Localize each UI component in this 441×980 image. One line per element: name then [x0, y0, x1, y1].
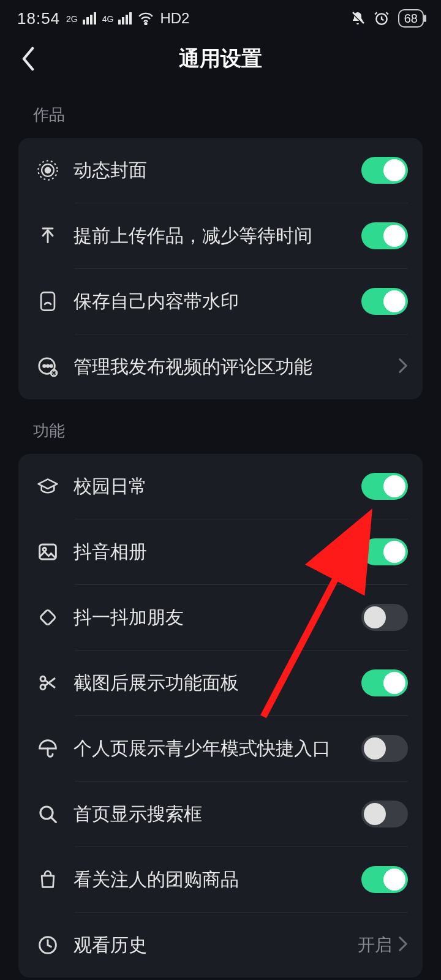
section-label-works: 作品: [0, 83, 441, 138]
toggle-dynamic-cover[interactable]: [361, 157, 408, 184]
row-manage-comments[interactable]: 管理我发布视频的评论区功能: [18, 334, 423, 399]
row-label: 抖音相册: [74, 540, 361, 565]
svg-point-4: [45, 168, 51, 173]
toggle-teen-mode-shortcut[interactable]: [361, 735, 408, 762]
row-home-search[interactable]: 首页显示搜索框: [18, 782, 423, 846]
svg-point-10: [47, 365, 48, 367]
row-douyin-album[interactable]: 抖音相册: [18, 519, 423, 584]
section-label-features: 功能: [0, 399, 441, 454]
toggle-pre-upload[interactable]: [361, 222, 408, 249]
battery-indicator: 68: [398, 9, 424, 28]
hd-indicator: HD2: [160, 10, 189, 27]
upload-icon: [34, 222, 61, 249]
bag-icon: [34, 866, 61, 893]
row-watch-history[interactable]: 观看历史 开启: [18, 913, 423, 978]
status-right: 68: [350, 9, 424, 28]
row-label: 抖一抖加朋友: [74, 605, 361, 630]
wifi-icon: [138, 12, 154, 25]
row-dynamic-cover[interactable]: 动态封面: [18, 138, 423, 203]
svg-point-11: [50, 365, 52, 367]
status-left: 18:54 2G 4G HD2: [17, 9, 189, 28]
comment-gear-icon: [34, 353, 61, 380]
umbrella-icon: [34, 735, 61, 762]
svg-point-9: [43, 365, 45, 367]
scissors-icon: [34, 669, 61, 696]
svg-rect-15: [40, 609, 56, 625]
toggle-douyin-album[interactable]: [361, 538, 408, 565]
row-label: 观看历史: [74, 933, 358, 958]
svg-point-14: [43, 548, 46, 551]
svg-point-0: [145, 23, 147, 24]
toggle-shake-friend[interactable]: [361, 604, 408, 631]
chevron-right-icon: [398, 936, 408, 954]
graduation-icon: [34, 473, 61, 500]
toggle-screenshot-panel[interactable]: [361, 669, 408, 696]
bell-off-icon: [350, 11, 365, 26]
alarm-icon: [374, 10, 390, 26]
search-icon: [34, 801, 61, 827]
row-label: 保存自己内容带水印: [74, 289, 361, 314]
toggle-follow-group-buy[interactable]: [361, 866, 408, 893]
chevron-right-icon: [398, 358, 408, 376]
row-label: 截图后展示功能面板: [74, 671, 361, 696]
row-watermark[interactable]: 保存自己内容带水印: [18, 269, 423, 334]
row-label: 动态封面: [74, 158, 361, 183]
section-card-works: 动态封面 提前上传作品，减少等待时间 保存自己内容带水印 管理我发布视频的评论区…: [18, 138, 423, 399]
svg-rect-7: [41, 292, 55, 310]
row-label: 看关注人的团购商品: [74, 867, 361, 892]
row-label: 校园日常: [74, 474, 361, 499]
signal-2: 4G: [102, 12, 132, 24]
toggle-home-search[interactable]: [361, 801, 408, 827]
page-header: 通用设置: [0, 34, 441, 83]
row-value: 开启: [358, 933, 392, 957]
row-label: 管理我发布视频的评论区功能: [74, 355, 398, 380]
toggle-watermark[interactable]: [361, 288, 408, 315]
row-screenshot-panel[interactable]: 截图后展示功能面板: [18, 650, 423, 715]
target-icon: [34, 157, 61, 184]
page-title: 通用设置: [179, 45, 262, 73]
shake-icon: [34, 604, 61, 631]
row-campus-daily[interactable]: 校园日常: [18, 454, 423, 519]
tablet-icon: [34, 288, 61, 315]
image-icon: [34, 538, 61, 565]
status-time: 18:54: [17, 9, 60, 28]
clock-icon: [34, 932, 61, 959]
row-shake-friend[interactable]: 抖一抖加朋友: [18, 585, 423, 650]
row-teen-mode-shortcut[interactable]: 个人页展示青少年模式快捷入口: [18, 716, 423, 781]
back-button[interactable]: [13, 44, 43, 74]
toggle-campus-daily[interactable]: [361, 473, 408, 500]
row-label: 个人页展示青少年模式快捷入口: [74, 736, 361, 761]
row-label: 首页显示搜索框: [74, 802, 361, 827]
row-pre-upload[interactable]: 提前上传作品，减少等待时间: [18, 203, 423, 268]
row-follow-group-buy[interactable]: 看关注人的团购商品: [18, 847, 423, 912]
section-card-features: 校园日常 抖音相册 抖一抖加朋友 截图后展示功能面板 个人页展示青少年模式快捷入…: [18, 454, 423, 978]
signal-1: 2G: [66, 12, 96, 24]
status-bar: 18:54 2G 4G HD2 68: [0, 0, 441, 34]
row-label: 提前上传作品，减少等待时间: [74, 224, 361, 249]
